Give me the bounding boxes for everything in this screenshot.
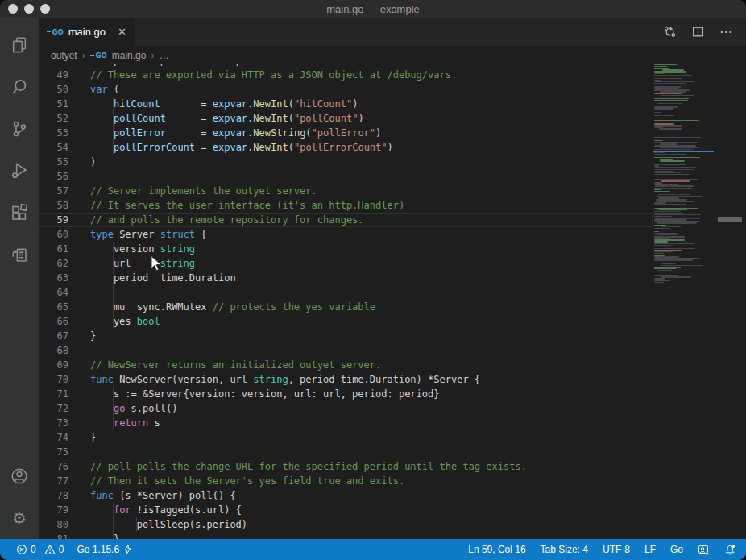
- notifications-bell-icon[interactable]: [724, 544, 736, 556]
- code-line[interactable]: func NewServer(version, url string, peri…: [90, 372, 653, 387]
- line-number[interactable]: 67: [39, 329, 90, 343]
- code-line[interactable]: pollErrorCount = expvar.NewInt("pollErro…: [90, 140, 653, 155]
- settings-gear-icon[interactable]: ⚙: [0, 497, 39, 539]
- close-window-button[interactable]: [8, 4, 18, 14]
- line-number[interactable]: 81: [39, 532, 90, 539]
- run-debug-icon[interactable]: [0, 150, 39, 192]
- line-number[interactable]: 78: [39, 488, 90, 503]
- code-token: [90, 504, 114, 516]
- code-line[interactable]: s := &Server{version: version, url: url,…: [90, 387, 653, 401]
- code-line[interactable]: hitCount = expvar.NewInt("hitCount"): [90, 97, 653, 111]
- minimap[interactable]: [653, 64, 714, 539]
- more-actions-icon[interactable]: ⋯: [719, 26, 733, 39]
- line-number[interactable]: 51: [39, 97, 90, 111]
- line-number[interactable]: 58: [39, 198, 90, 213]
- code-line[interactable]: }: [90, 430, 653, 445]
- line-number[interactable]: 55: [39, 155, 90, 169]
- tab-close-icon[interactable]: ✕: [118, 26, 126, 38]
- line-number[interactable]: 65: [39, 300, 90, 314]
- tab-size-indicator[interactable]: Tab Size: 4: [541, 544, 588, 555]
- overview-ruler[interactable]: [714, 64, 746, 539]
- code-line[interactable]: version string: [90, 242, 653, 256]
- breadcrumb-file[interactable]: main.go: [112, 50, 147, 61]
- line-number[interactable]: 75: [39, 445, 90, 459]
- line-number[interactable]: 61: [39, 242, 90, 256]
- split-editor-icon[interactable]: [691, 25, 705, 39]
- line-number[interactable]: 57: [39, 184, 90, 198]
- line-number[interactable]: 50: [39, 82, 90, 97]
- line-number[interactable]: 71: [39, 387, 90, 401]
- code-line[interactable]: // Server implements the outyet server.: [90, 184, 653, 198]
- feedback-icon[interactable]: [698, 544, 710, 555]
- line-number[interactable]: 73: [39, 416, 90, 430]
- line-number[interactable]: 63: [39, 271, 90, 285]
- code-line[interactable]: period time.Duration: [90, 271, 653, 285]
- line-number[interactable]: 52: [39, 111, 90, 126]
- line-number[interactable]: 74: [39, 430, 90, 445]
- code-line[interactable]: pollCount = expvar.NewInt("pollCount"): [90, 111, 653, 126]
- line-number[interactable]: 59: [39, 213, 90, 227]
- line-number[interactable]: 70: [39, 372, 90, 387]
- open-changes-icon[interactable]: [663, 25, 677, 39]
- code-line[interactable]: pollSleep(s.period): [90, 517, 653, 532]
- code-line[interactable]: return s: [90, 416, 653, 430]
- go-version-indicator[interactable]: Go 1.15.6: [77, 544, 132, 555]
- code-line[interactable]: // poll polls the change URL for the spe…: [90, 459, 653, 474]
- tab-main-go[interactable]: GO main.go ✕: [39, 18, 135, 46]
- gutter[interactable]: 4849505152535455565758596061626364656667…: [39, 64, 90, 539]
- code-line[interactable]: url string: [90, 256, 653, 271]
- code-line[interactable]: }: [90, 532, 653, 539]
- code-line[interactable]: // It serves the user interface (it's an…: [90, 198, 653, 213]
- code-line[interactable]: }: [90, 329, 653, 343]
- line-number[interactable]: 53: [39, 126, 90, 140]
- code-line[interactable]: // and polls the remote repository for c…: [90, 213, 653, 227]
- code-line[interactable]: var (: [90, 82, 653, 97]
- editor[interactable]: 4849505152535455565758596061626364656667…: [39, 64, 746, 539]
- explorer-icon[interactable]: [0, 24, 39, 66]
- line-number[interactable]: 56: [39, 169, 90, 184]
- code-line[interactable]: func (s *Server) poll() {: [90, 488, 653, 503]
- code-line[interactable]: for !isTagged(s.url) {: [90, 503, 653, 517]
- source-control-icon[interactable]: [0, 108, 39, 150]
- code-line[interactable]: // These are exported via HTTP as a JSON…: [90, 68, 653, 82]
- code-line[interactable]: [90, 445, 653, 459]
- code-line[interactable]: go s.poll(): [90, 401, 653, 416]
- code-line[interactable]: yes bool: [90, 314, 653, 329]
- code-line[interactable]: mu sync.RWMutex // protects the yes vari…: [90, 300, 653, 314]
- code-line[interactable]: type Server struct {: [90, 227, 653, 242]
- code-line[interactable]: // NewServer returns an initialized outy…: [90, 358, 653, 372]
- code-line[interactable]: [90, 285, 653, 300]
- extensions-icon[interactable]: [0, 192, 39, 234]
- line-number[interactable]: 64: [39, 285, 90, 300]
- line-number[interactable]: 49: [39, 68, 90, 82]
- maximize-window-button[interactable]: [40, 4, 50, 14]
- minimize-window-button[interactable]: [24, 4, 34, 14]
- account-icon[interactable]: [0, 455, 39, 497]
- line-number[interactable]: 80: [39, 517, 90, 532]
- line-number[interactable]: 60: [39, 227, 90, 242]
- code-line[interactable]: ): [90, 155, 653, 169]
- problems-indicator[interactable]: 0 0: [16, 544, 64, 555]
- line-number[interactable]: 62: [39, 256, 90, 271]
- cursor-position[interactable]: Ln 59, Col 16: [468, 544, 525, 555]
- line-number[interactable]: 69: [39, 358, 90, 372]
- code-area[interactable]: var pollSleep = time.Sleep// These are e…: [90, 64, 653, 539]
- search-icon[interactable]: [0, 66, 39, 108]
- code-line[interactable]: [90, 343, 653, 358]
- breadcrumb-folder[interactable]: outyet: [51, 50, 77, 61]
- eol-indicator[interactable]: LF: [644, 544, 656, 555]
- line-number[interactable]: 72: [39, 401, 90, 416]
- line-number[interactable]: 79: [39, 503, 90, 517]
- code-line[interactable]: [90, 169, 653, 184]
- line-number[interactable]: 77: [39, 474, 90, 488]
- code-line[interactable]: pollError = expvar.NewString("pollError"…: [90, 126, 653, 140]
- breadcrumb-symbol[interactable]: …: [160, 50, 169, 61]
- code-line[interactable]: // Then it sets the Server's yes field t…: [90, 474, 653, 488]
- line-number[interactable]: 68: [39, 343, 90, 358]
- line-number[interactable]: 76: [39, 459, 90, 474]
- extension-view-icon[interactable]: [0, 234, 39, 276]
- line-number[interactable]: 66: [39, 314, 90, 329]
- language-mode[interactable]: Go: [670, 544, 683, 555]
- line-number[interactable]: 54: [39, 140, 90, 155]
- encoding-indicator[interactable]: UTF-8: [603, 544, 630, 555]
